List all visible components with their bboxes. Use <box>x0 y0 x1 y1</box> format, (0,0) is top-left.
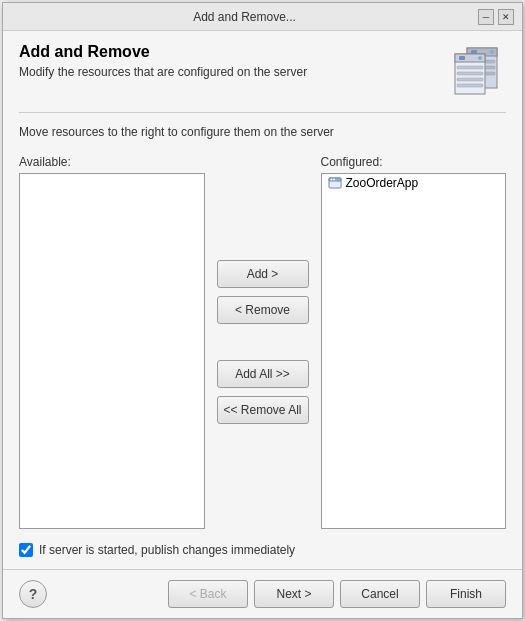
list-item[interactable]: ZooOrderApp <box>322 174 506 192</box>
next-button[interactable]: Next > <box>254 580 334 608</box>
title-bar-text: Add and Remove... <box>11 10 478 24</box>
svg-rect-2 <box>471 50 477 54</box>
header-divider <box>19 112 506 113</box>
dialog: Add and Remove... ─ ✕ Add and Remove Mod… <box>2 2 523 619</box>
svg-point-3 <box>490 50 494 54</box>
available-label: Available: <box>19 155 205 169</box>
bottom-section: ? < Back Next > Cancel Finish <box>3 569 522 618</box>
publish-label: If server is started, publish changes im… <box>39 543 295 557</box>
title-bar-controls: ─ ✕ <box>478 9 514 25</box>
publish-checkbox[interactable] <box>19 543 33 557</box>
add-button[interactable]: Add > <box>217 260 309 288</box>
svg-rect-9 <box>459 56 465 60</box>
instruction-text: Move resources to the right to configure… <box>19 125 506 139</box>
header-text: Add and Remove Modify the resources that… <box>19 43 446 79</box>
svg-rect-13 <box>457 78 483 81</box>
nav-buttons: < Back Next > Cancel Finish <box>168 580 506 608</box>
svg-point-10 <box>478 56 482 60</box>
svg-point-18 <box>333 179 335 181</box>
available-column: Available: <box>19 155 205 529</box>
dialog-content: Add and Remove Modify the resources that… <box>3 31 522 569</box>
remove-all-button[interactable]: << Remove All <box>217 396 309 424</box>
configured-column: Configured: ZooOrderApp <box>321 155 507 529</box>
dialog-title: Add and Remove <box>19 43 446 61</box>
configured-label: Configured: <box>321 155 507 169</box>
add-all-button[interactable]: Add All >> <box>217 360 309 388</box>
checkbox-section: If server is started, publish changes im… <box>19 543 506 557</box>
title-bar: Add and Remove... ─ ✕ <box>3 3 522 31</box>
svg-rect-14 <box>457 84 483 87</box>
configured-item-name: ZooOrderApp <box>346 176 419 190</box>
svg-point-17 <box>330 179 332 181</box>
back-button[interactable]: < Back <box>168 580 248 608</box>
help-button[interactable]: ? <box>19 580 47 608</box>
columns-section: Available: Add > < Remove Add All >> << … <box>19 155 506 529</box>
configured-list[interactable]: ZooOrderApp <box>321 173 507 529</box>
header-icon <box>446 43 506 98</box>
available-list[interactable] <box>19 173 205 529</box>
close-button[interactable]: ✕ <box>498 9 514 25</box>
app-icon <box>328 176 342 190</box>
dialog-subtitle: Modify the resources that are configured… <box>19 65 446 79</box>
finish-button[interactable]: Finish <box>426 580 506 608</box>
svg-rect-12 <box>457 72 483 75</box>
header-section: Add and Remove Modify the resources that… <box>19 43 506 98</box>
minimize-button[interactable]: ─ <box>478 9 494 25</box>
cancel-button[interactable]: Cancel <box>340 580 420 608</box>
remove-button[interactable]: < Remove <box>217 296 309 324</box>
transfer-buttons: Add > < Remove Add All >> << Remove All <box>205 155 321 529</box>
svg-rect-11 <box>457 66 483 69</box>
server-icon <box>449 46 504 96</box>
